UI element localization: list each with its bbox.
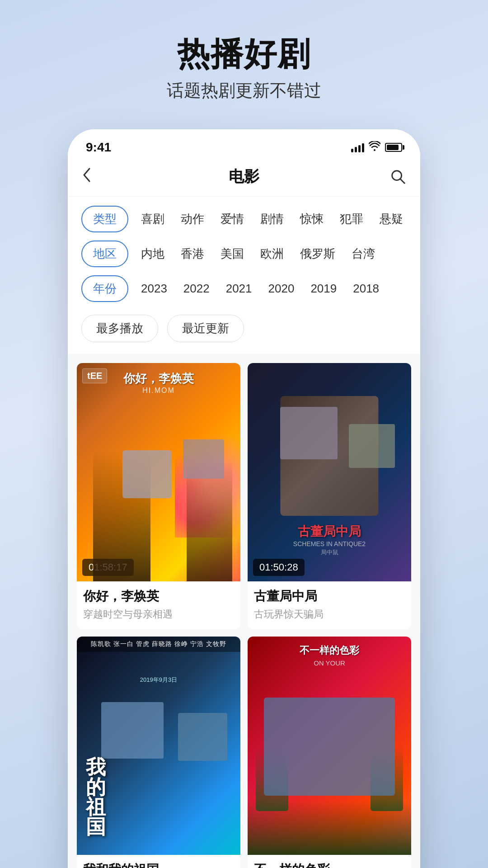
filter-comedy[interactable]: 喜剧 <box>137 207 168 231</box>
movie-poster-4: 不一样的色彩 ON YOUR <box>248 637 411 855</box>
sort-recent[interactable]: 最近更新 <box>167 315 244 342</box>
movie-poster-1: 你好，李焕英 HI.MOM <box>77 363 240 581</box>
movie-desc-1: 穿越时空与母亲相遇 <box>83 608 234 621</box>
filter-2021[interactable]: 2021 <box>222 277 256 300</box>
filter-2018[interactable]: 2018 <box>349 277 383 300</box>
wifi-icon <box>369 141 380 154</box>
status-icons <box>351 141 402 154</box>
filter-crime[interactable]: 犯罪 <box>336 207 367 231</box>
movie-title-1: 你好，李焕英 <box>83 588 234 605</box>
movie-info-4: 不一样的色彩 <box>248 855 411 868</box>
genre-filter-label[interactable]: 类型 <box>81 206 128 232</box>
movie-card-4[interactable]: 不一样的色彩 ON YOUR 不一样的色彩 <box>248 637 411 868</box>
filter-europe[interactable]: 欧洲 <box>257 241 287 266</box>
filter-taiwan[interactable]: 台湾 <box>348 241 379 266</box>
genre-filter-row: 类型 喜剧 动作 爱情 剧情 惊悚 犯罪 悬疑 <box>81 206 407 232</box>
page-subtitle: 话题热剧更新不错过 <box>167 79 321 102</box>
movie-card-1[interactable]: 你好，李焕英 HI.MOM <box>77 363 240 629</box>
genre-filter-items: 喜剧 动作 爱情 剧情 惊悚 犯罪 悬疑 <box>137 207 407 231</box>
region-filter-label[interactable]: 地区 <box>81 241 128 267</box>
year-filter-row: 年份 2023 2022 2021 2020 2019 2018 <box>81 275 407 302</box>
filter-romance[interactable]: 爱情 <box>217 207 248 231</box>
nav-title: 电影 <box>108 166 380 187</box>
filter-mystery[interactable]: 悬疑 <box>376 207 407 231</box>
signal-icon <box>351 142 364 152</box>
region-filter-items: 内地 香港 美国 欧洲 俄罗斯 台湾 <box>137 241 379 266</box>
region-filter-row: 地区 内地 香港 美国 欧洲 俄罗斯 台湾 <box>81 241 407 267</box>
filter-2022[interactable]: 2022 <box>180 277 213 300</box>
duration-2: 01:50:28 <box>253 559 305 576</box>
filter-thriller[interactable]: 惊悚 <box>296 207 327 231</box>
movie-info-3: 我和我的祖国 <box>77 855 240 868</box>
movie-title-3: 我和我的祖国 <box>83 861 234 868</box>
movie-desc-2: 古玩界惊天骗局 <box>254 608 405 621</box>
sort-most-played[interactable]: 最多播放 <box>81 315 158 342</box>
movie-info-2: 古董局中局 古玩界惊天骗局 <box>248 581 411 629</box>
page-header: 热播好剧 话题热剧更新不错过 <box>167 36 321 102</box>
sort-row: 最多播放 最近更新 <box>81 310 407 345</box>
back-button[interactable] <box>81 167 108 187</box>
filter-2023[interactable]: 2023 <box>137 277 171 300</box>
status-time: 9:41 <box>86 140 111 155</box>
movie-card-2[interactable]: 古董局中局 SCHEMES IN ANTIQUE2 局中鼠 01:50:28 古… <box>248 363 411 629</box>
filter-mainland[interactable]: 内地 <box>137 241 168 266</box>
movie-card-3[interactable]: 陈凯歌 张一白 管虎 薛晓路 徐峥 宁浩 文牧野 2019年9月3日 我 的 祖 <box>77 637 240 868</box>
status-bar: 9:41 <box>68 129 420 159</box>
page-title: 热播好剧 <box>167 36 321 72</box>
battery-icon <box>385 143 402 152</box>
phone-frame: 9:41 <box>68 129 420 868</box>
movie-poster-2: 古董局中局 SCHEMES IN ANTIQUE2 局中鼠 01:50:28 <box>248 363 411 581</box>
filter-action[interactable]: 动作 <box>177 207 208 231</box>
search-button[interactable] <box>380 168 407 185</box>
filter-2020[interactable]: 2020 <box>265 277 298 300</box>
filter-2019[interactable]: 2019 <box>307 277 340 300</box>
filter-usa[interactable]: 美国 <box>217 241 248 266</box>
phone-screen: 9:41 <box>68 129 420 868</box>
movie-title-2: 古董局中局 <box>254 588 405 605</box>
filter-section: 类型 喜剧 动作 爱情 剧情 惊悚 犯罪 悬疑 地区 内地 香港 美国 欧洲 <box>68 197 420 354</box>
movie-title-4: 不一样的色彩 <box>254 861 405 868</box>
nav-bar: 电影 <box>68 159 420 197</box>
filter-drama[interactable]: 剧情 <box>257 207 287 231</box>
filter-russia[interactable]: 俄罗斯 <box>296 241 339 266</box>
movie-poster-3: 陈凯歌 张一白 管虎 薛晓路 徐峥 宁浩 文牧野 2019年9月3日 我 的 祖 <box>77 637 240 855</box>
search-icon <box>389 168 407 185</box>
filter-hongkong[interactable]: 香港 <box>177 241 208 266</box>
year-filter-items: 2023 2022 2021 2020 2019 2018 <box>137 277 383 300</box>
year-filter-label[interactable]: 年份 <box>81 275 128 302</box>
movie-grid: 你好，李焕英 HI.MOM <box>68 354 420 868</box>
movie-info-1: 你好，李焕英 穿越时空与母亲相遇 <box>77 581 240 629</box>
